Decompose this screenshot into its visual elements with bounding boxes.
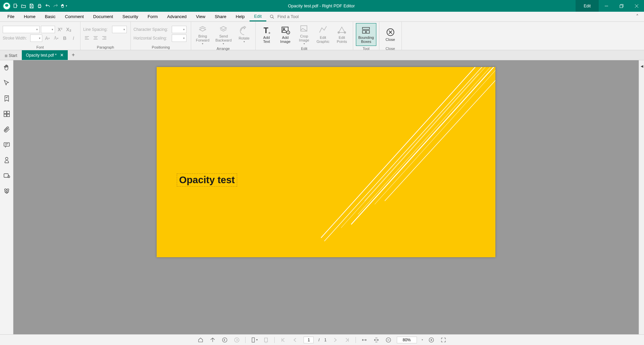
share-panel-button[interactable] [2,186,11,196]
minimize-button[interactable] [599,0,614,12]
hand-tool-button[interactable] [2,63,11,72]
font-outline-button[interactable]: A▾ [52,34,60,42]
page-layout-button[interactable]: ▾ [250,336,258,344]
text-bounding-box[interactable]: Opacity test [177,174,237,187]
svg-line-44 [324,67,482,241]
maximize-button[interactable] [614,0,629,12]
home-up-button[interactable] [209,336,216,344]
zoom-in-button[interactable] [428,336,435,344]
ribbon-group-paragraph: Line Spacing: ▾ Paragraph [80,22,131,50]
signatures-panel-button[interactable] [2,155,11,165]
next-page-button[interactable] [331,336,339,344]
align-left-button[interactable] [83,34,91,42]
rotate-view-button[interactable] [262,336,270,344]
menu-comment[interactable]: Comment [60,12,88,21]
undo-icon[interactable] [44,3,51,9]
close-window-button[interactable] [629,0,644,12]
align-center-button[interactable] [92,34,99,42]
ribbon-group-edit: T+ Add Text + Add Image Crop Image▾ Edit… [256,22,354,50]
svg-rect-27 [363,30,366,33]
current-page-input[interactable] [304,337,314,343]
bookmarks-panel-button[interactable] [2,94,11,103]
bring-forward-button[interactable]: Bring Forward▾ [194,23,211,46]
select-tool-button[interactable] [2,78,11,88]
font-color-button[interactable]: A▾ [44,34,51,42]
comments-panel-button[interactable] [2,140,11,149]
close-tab-button[interactable]: ✕ [60,53,64,58]
left-toolbar [0,60,13,334]
attachments-panel-button[interactable] [2,125,11,134]
close-edit-button[interactable]: Close [382,23,399,46]
italic-button[interactable]: I [70,34,77,42]
menu-share[interactable]: Share [210,12,231,21]
collapse-ribbon-button[interactable]: ˄ [633,12,641,21]
menu-view[interactable]: View [191,12,210,21]
last-page-button[interactable] [343,336,351,344]
page-text-content[interactable]: Opacity test [179,175,235,186]
new-icon[interactable] [12,3,19,9]
fullscreen-button[interactable] [440,336,447,344]
fit-page-button[interactable] [373,336,380,344]
char-spacing-combo[interactable]: ▾ [172,26,186,33]
menu-basic[interactable]: Basic [40,12,60,21]
edit-points-button[interactable]: Edit Points [333,23,350,46]
char-spacing-label: Character Spacing: [133,27,170,32]
start-tab[interactable]: ⊞Start [0,51,22,60]
menu-edit[interactable]: Edit [250,12,266,21]
add-text-button[interactable]: T+ Add Text [258,23,275,46]
align-right-button[interactable] [101,34,108,42]
menu-advanced[interactable]: Advanced [162,12,191,21]
line-spacing-combo[interactable]: ▾ [112,26,127,33]
expand-right-panel-button[interactable]: ◀ [641,64,643,68]
crop-image-button[interactable]: Crop Image▾ [296,23,313,46]
page-separator: / [318,338,319,342]
save-icon[interactable] [28,3,35,9]
first-page-button[interactable] [279,336,287,344]
edit-graphic-button[interactable]: Edit Graphic [315,23,332,46]
redo-icon[interactable] [52,3,59,9]
svg-point-42 [6,192,8,194]
home-view-button[interactable] [197,336,204,344]
find-tool-input[interactable] [276,13,323,20]
font-family-combo[interactable]: ▾ [3,26,40,33]
prev-view-button[interactable] [221,336,228,344]
crop-image-icon [300,24,309,33]
next-view-button[interactable] [233,336,240,344]
menu-document[interactable]: Document [89,12,118,21]
document-tab-label: Opacity test.pdf * [26,53,56,58]
ribbon-group-arrange: Bring Forward▾ Send Backward▾ Rotate▾ Ar… [191,22,256,50]
prev-page-button[interactable] [291,336,299,344]
svg-rect-26 [363,27,370,29]
menu-home[interactable]: Home [19,12,40,21]
svg-line-50 [365,74,479,201]
menu-file[interactable]: File [3,12,19,21]
hand-icon[interactable]: ▾ [60,3,67,9]
menu-security[interactable]: Security [118,12,143,21]
print-icon[interactable] [36,3,43,9]
zoom-out-button[interactable] [385,336,392,344]
font-size-combo[interactable]: ▾ [41,26,55,33]
bounding-boxes-button[interactable]: Bounding Boxes [356,23,376,46]
horiz-scaling-combo[interactable]: ▾ [172,34,186,42]
bold-button[interactable]: B [61,34,68,42]
menu-help[interactable]: Help [231,12,250,21]
fit-width-button[interactable] [361,336,368,344]
subscript-button[interactable]: X₂ [65,26,72,33]
svg-line-49 [385,80,495,201]
superscript-button[interactable]: X² [56,26,64,33]
open-icon[interactable] [20,3,27,9]
document-tab[interactable]: Opacity test.pdf * ✕ [22,50,67,60]
menu-form[interactable]: Form [143,12,162,21]
add-tab-button[interactable]: + [68,50,79,60]
app-logo-icon[interactable] [3,2,11,10]
security-panel-button[interactable] [2,171,11,180]
zoom-level-input[interactable] [397,337,417,343]
thumbnails-panel-button[interactable] [2,109,11,119]
add-image-button[interactable]: + Add Image [277,23,294,46]
canvas-area[interactable]: Opacity test [13,60,639,334]
rotate-button[interactable]: Rotate▾ [236,23,253,46]
pdf-page[interactable]: Opacity test [157,67,495,257]
ribbon-group-label: Paragraph [83,45,128,49]
send-backward-button[interactable]: Send Backward▾ [213,23,233,46]
stroke-width-combo[interactable]: ▾ [30,34,42,42]
